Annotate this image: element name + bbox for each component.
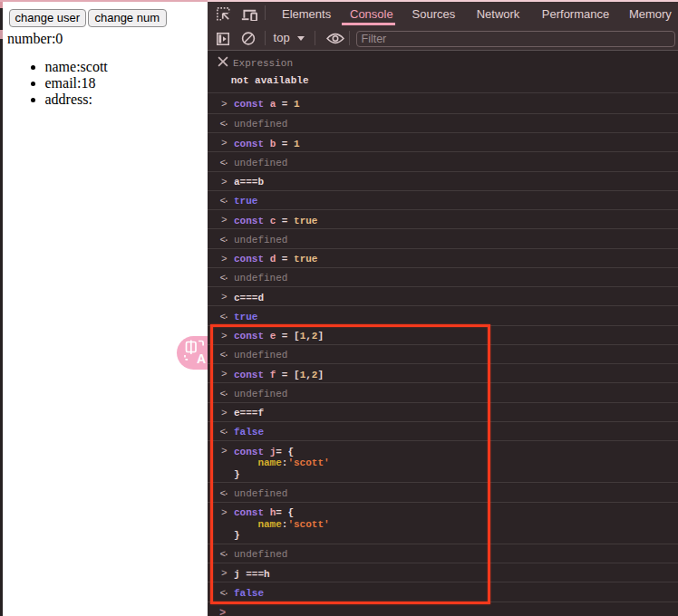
svg-text:A: A: [196, 351, 205, 366]
